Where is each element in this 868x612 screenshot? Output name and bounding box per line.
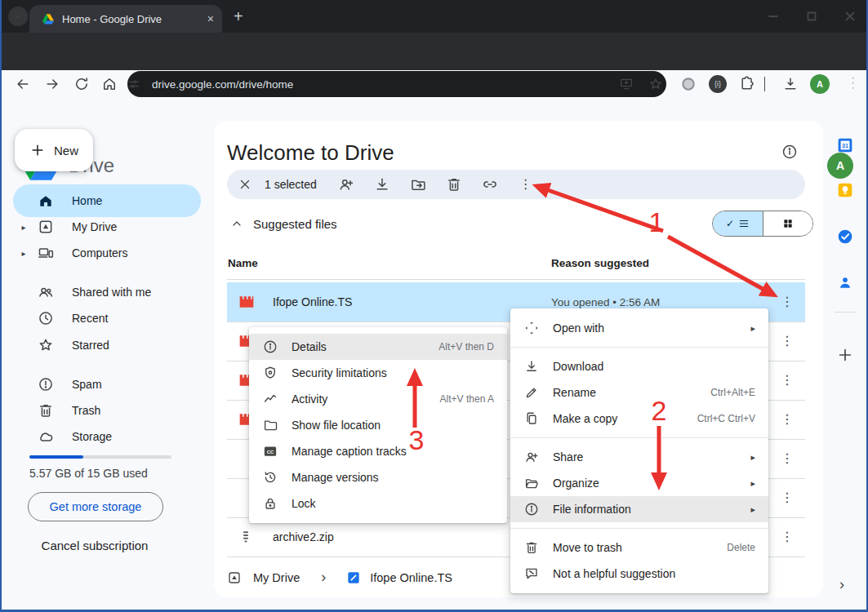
lock-icon — [263, 496, 278, 511]
window-close-button[interactable] — [844, 11, 856, 22]
new-button[interactable]: New — [15, 129, 93, 171]
browser-tab[interactable]: Home - Google Drive × — [29, 5, 222, 33]
move-to-folder-button[interactable] — [400, 176, 436, 193]
share-add-person-button[interactable] — [328, 176, 364, 193]
shared-people-icon — [38, 284, 54, 300]
menu-item-lock[interactable]: Lock — [249, 490, 507, 517]
link-icon — [482, 176, 498, 193]
menu-item-rename[interactable]: Rename Ctrl+Alt+E — [510, 379, 768, 406]
expand-caret-icon[interactable]: ▸ — [13, 223, 34, 232]
drive-favicon — [42, 14, 54, 24]
file-name: archive2.zip — [273, 530, 334, 543]
menu-item-share[interactable]: Share ▸ — [510, 444, 768, 470]
menu-item-manage-versions[interactable]: Manage versions — [249, 464, 507, 490]
my-drive-icon — [38, 219, 54, 235]
calendar-icon[interactable]: 31 — [837, 137, 853, 153]
my-drive-icon — [227, 570, 242, 585]
contacts-icon[interactable] — [837, 274, 853, 290]
feedback-icon — [524, 566, 539, 581]
tab-search-button[interactable] — [8, 7, 28, 26]
menu-item-activity[interactable]: Activity Alt+V then A — [249, 386, 507, 412]
tab-close-icon[interactable]: × — [207, 13, 214, 24]
side-panel-divider — [835, 312, 856, 313]
trash-icon — [38, 402, 54, 419]
sidebar-item-starred[interactable]: Starred — [13, 329, 201, 361]
download-icon — [374, 176, 390, 193]
drive-avatar[interactable]: A — [827, 153, 853, 179]
list-icon — [738, 218, 750, 229]
file-reason: You opened • 2:56 AM — [551, 296, 660, 308]
recent-clock-icon — [38, 310, 54, 326]
file-information-submenu: Details Alt+V then D Security limitation… — [249, 327, 507, 523]
row-menu-button[interactable]: ⋮ — [781, 452, 794, 465]
page-info-icon[interactable] — [781, 144, 798, 160]
shield-icon — [263, 366, 278, 380]
folder-move-icon — [410, 176, 426, 193]
grid-icon — [782, 218, 794, 229]
get-more-storage-button[interactable]: Get more storage — [28, 492, 163, 521]
selected-file-chip-icon — [347, 571, 360, 584]
menu-item-show-file-location[interactable]: Show file location — [249, 412, 507, 438]
menu-item-file-information[interactable]: File information ▸ — [510, 496, 768, 522]
cancel-subscription-link[interactable]: Cancel subscription — [15, 535, 175, 555]
breadcrumb-current[interactable]: Ifope Online.TS — [370, 571, 452, 584]
history-icon — [263, 470, 278, 485]
info-icon — [524, 502, 539, 517]
menu-item-download[interactable]: Download — [510, 353, 768, 379]
row-menu-button[interactable]: ⋮ — [781, 335, 794, 348]
hide-side-panel-icon[interactable]: › — [839, 576, 844, 593]
expand-caret-icon[interactable]: ▸ — [13, 249, 34, 258]
section-title: Suggested files — [253, 217, 337, 231]
computers-icon — [38, 245, 54, 261]
info-icon — [263, 339, 278, 354]
sidebar-item-computers[interactable]: ▸ Computers — [13, 237, 201, 269]
menu-item-make-a-copy[interactable]: Make a copy Ctrl+C Ctrl+V — [510, 406, 768, 432]
row-menu-button[interactable]: ⋮ — [781, 413, 794, 426]
keep-icon[interactable] — [837, 182, 853, 198]
window-minimize-button[interactable] — [768, 11, 779, 22]
open-with-icon — [524, 321, 539, 335]
menu-item-move-to-trash[interactable]: Move to trash Delete — [510, 534, 768, 561]
download-icon — [524, 359, 539, 374]
tasks-icon[interactable] — [837, 228, 853, 245]
menu-item-not-helpful-suggestion[interactable]: Not a helpful suggestion — [510, 561, 768, 587]
sidebar-item-storage[interactable]: Storage — [13, 420, 201, 453]
clear-selection-button[interactable] — [227, 177, 263, 192]
menu-item-open-with[interactable]: Open with ▸ — [510, 315, 768, 341]
menu-item-details[interactable]: Details Alt+V then D — [249, 334, 507, 360]
pencil-icon — [524, 385, 539, 400]
collapse-section-icon[interactable] — [230, 217, 243, 230]
tab-title: Home - Google Drive — [62, 13, 207, 25]
grid-view-button[interactable] — [763, 211, 812, 237]
kebab-icon: ⋮ — [519, 178, 532, 191]
trash-button[interactable] — [436, 176, 472, 193]
get-addons-plus-icon[interactable] — [836, 346, 854, 364]
menu-item-security-limitations[interactable]: Security limitations — [249, 360, 507, 386]
person-add-icon — [524, 450, 539, 464]
storage-meter — [29, 455, 171, 459]
row-menu-button[interactable]: ⋮ — [781, 491, 794, 504]
chevron-down-icon — [13, 11, 23, 21]
svg-text:31: 31 — [842, 143, 848, 149]
selection-toolbar: 1 selected ⋮ — [227, 170, 805, 199]
menu-item-organize[interactable]: Organize ▸ — [510, 470, 768, 496]
download-button[interactable] — [364, 176, 400, 193]
submenu-arrow-icon: ▸ — [750, 478, 755, 489]
activity-icon — [263, 392, 278, 406]
home-icon — [38, 193, 54, 209]
star-icon — [38, 337, 54, 353]
new-tab-button[interactable]: + — [234, 8, 243, 24]
breadcrumb-root[interactable]: My Drive — [253, 571, 300, 584]
window-maximize-button[interactable] — [806, 11, 817, 22]
column-header-reason[interactable]: Reason suggested — [551, 257, 649, 269]
row-menu-button[interactable]: ⋮ — [781, 295, 794, 308]
submenu-arrow-icon: ▸ — [750, 323, 755, 334]
more-actions-button[interactable]: ⋮ — [508, 178, 544, 191]
browser-titlebar: Home - Google Drive × + — [0, 0, 868, 33]
row-menu-button[interactable]: ⋮ — [781, 374, 794, 387]
list-view-button[interactable]: ✓ — [713, 211, 763, 237]
column-header-name[interactable]: Name — [228, 257, 258, 269]
copy-link-button[interactable] — [472, 176, 508, 193]
menu-item-manage-caption-tracks[interactable]: CC Manage caption tracks — [249, 438, 507, 464]
spam-icon — [38, 376, 54, 392]
